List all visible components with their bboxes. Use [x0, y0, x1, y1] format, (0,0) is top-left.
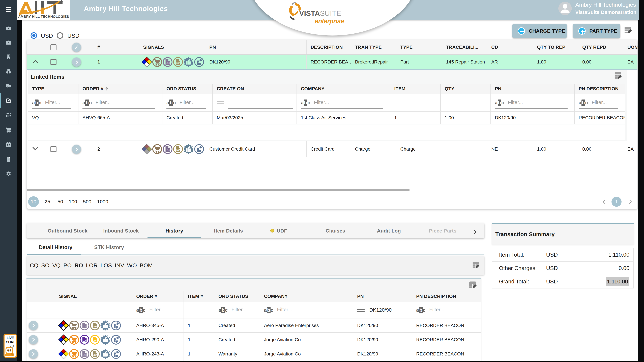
svg-text:AMBRY HILL TECHNOLOGIES: AMBRY HILL TECHNOLOGIES — [18, 14, 69, 18]
svg-text:enterprise: enterprise — [315, 17, 344, 25]
svg-text:VISTASUITE: VISTASUITE — [299, 9, 341, 17]
